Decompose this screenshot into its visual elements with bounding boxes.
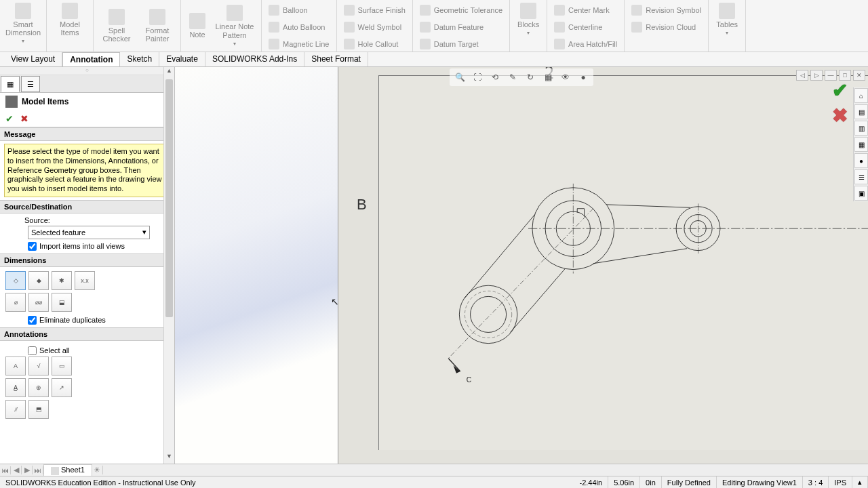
source-destination-header[interactable]: Source/Destination bbox=[0, 200, 174, 214]
sheet-nav-last[interactable]: ⏭ bbox=[33, 466, 43, 474]
tab-evaluate[interactable]: Evaluate bbox=[159, 52, 205, 66]
revision-symbol-button[interactable]: Revision Symbol bbox=[627, 1, 705, 18]
eliminate-duplicates-label: Eliminate duplicates bbox=[39, 316, 106, 324]
blocks-button[interactable]: Blocks▾ bbox=[513, 1, 544, 37]
tab-addins[interactable]: SOLIDWORKS Add-Ins bbox=[205, 52, 304, 66]
ann-surface-finish-button[interactable]: √ bbox=[28, 357, 49, 375]
window-next-button[interactable]: ▷ bbox=[810, 70, 823, 81]
hole-callout-button[interactable]: Hole Callout bbox=[340, 35, 410, 52]
status-editing: Editing Drawing View1 bbox=[717, 476, 803, 488]
previous-view-button[interactable]: ⟲ bbox=[488, 70, 502, 85]
panel-scrollbar[interactable]: ▲▼ bbox=[163, 67, 174, 464]
tab-annotation[interactable]: Annotation bbox=[62, 52, 120, 66]
surface-finish-button[interactable]: Surface Finish bbox=[340, 1, 410, 18]
revision-cloud-button[interactable]: Revision Cloud bbox=[627, 18, 705, 35]
model-items-button[interactable]: Model Items bbox=[50, 1, 90, 38]
hide-show-button[interactable]: 👁 bbox=[558, 70, 573, 85]
auto-balloon-button[interactable]: Auto Balloon bbox=[264, 18, 334, 35]
svg-text:C: C bbox=[467, 376, 472, 384]
ann-datum-targets-button[interactable]: ⊕ bbox=[28, 378, 49, 397]
area-hatch-button[interactable]: Area Hatch/Fill bbox=[550, 35, 621, 52]
centerline-button[interactable]: Centerline bbox=[550, 18, 621, 35]
property-manager-panel: ○ ▦ ☰ Model Items ? ✔ ✖ Message Please s… bbox=[0, 67, 175, 464]
feature-manager-tab[interactable]: ▦ bbox=[1, 76, 20, 92]
rotate-view-button[interactable]: ↻ bbox=[523, 70, 538, 85]
smart-dimension-button[interactable]: Smart Dimension▾ bbox=[3, 1, 43, 45]
cancel-button[interactable]: ✖ bbox=[20, 113, 28, 124]
source-dropdown[interactable]: Selected feature▾ bbox=[28, 226, 150, 239]
sheet-nav-first[interactable]: ⏮ bbox=[0, 466, 11, 474]
svg-point-13 bbox=[465, 291, 511, 338]
datum-target-button[interactable]: Datum Target bbox=[416, 35, 507, 52]
dimensions-header[interactable]: Dimensions bbox=[0, 253, 174, 267]
appearance-button[interactable]: ● bbox=[576, 70, 591, 85]
svg-line-14 bbox=[465, 215, 535, 299]
import-all-views-label: Import items into all views bbox=[39, 242, 125, 250]
sheet-icon bbox=[51, 467, 59, 475]
dim-instance-count-button[interactable]: ✱ bbox=[52, 271, 72, 290]
status-defined: Fully Defined bbox=[662, 476, 717, 488]
eliminate-duplicates-checkbox[interactable] bbox=[28, 316, 37, 325]
message-text: Please select the type of model item you… bbox=[4, 144, 170, 197]
source-label: Source: bbox=[24, 216, 170, 224]
tables-button[interactable]: Tables▾ bbox=[711, 1, 743, 37]
zoom-to-area-button[interactable]: ⛶ bbox=[470, 70, 485, 85]
sheet-nav-next[interactable]: ▶ bbox=[22, 466, 33, 474]
magnetic-line-button[interactable]: Magnetic Line bbox=[264, 35, 334, 52]
ok-button[interactable]: ✔ bbox=[5, 113, 14, 124]
svg-marker-18 bbox=[454, 365, 460, 373]
drawing-canvas[interactable]: 2 B 🔍 ⛶ ⟲ ✎ ↻ ▦ 👁 ● ◁ ▷ — □ ✕ ✔ ✖ ⌂ ▤ ▥ … bbox=[175, 67, 868, 464]
tab-sheet-format[interactable]: Sheet Format bbox=[304, 52, 368, 66]
linear-note-pattern-button[interactable]: Linear Note Pattern▾ bbox=[211, 1, 258, 50]
datum-feature-button[interactable]: Datum Feature bbox=[416, 18, 507, 35]
spell-checker-button[interactable]: Spell Checker bbox=[96, 1, 137, 50]
balloon-button[interactable]: Balloon bbox=[264, 1, 334, 18]
status-bar: SOLIDWORKS Education Edition - Instructi… bbox=[0, 476, 868, 488]
select-all-checkbox[interactable] bbox=[28, 346, 37, 355]
svg-point-12 bbox=[471, 296, 507, 332]
dim-hole-callout-button[interactable]: ⌀⌀ bbox=[28, 293, 49, 312]
dim-hole-size-button[interactable]: ⬓ bbox=[52, 293, 72, 312]
property-manager-tab[interactable]: ☰ bbox=[21, 76, 40, 92]
window-prev-button[interactable]: ◁ bbox=[796, 70, 808, 81]
zoom-to-fit-button[interactable]: 🔍 bbox=[452, 70, 467, 85]
dim-marked-for-drawing-button[interactable]: ◇ bbox=[5, 271, 26, 290]
message-section-header[interactable]: Message bbox=[0, 127, 174, 141]
status-z: 0in bbox=[640, 476, 662, 488]
sheet-tab[interactable]: Sheet1 bbox=[43, 464, 92, 475]
geometric-tolerance-button[interactable]: Geometric Tolerance bbox=[416, 1, 507, 18]
center-mark-button[interactable]: Center Mark bbox=[550, 1, 621, 18]
format-painter-button[interactable]: Format Painter bbox=[137, 1, 178, 50]
import-all-views-checkbox[interactable] bbox=[28, 242, 37, 251]
status-units[interactable]: IPS bbox=[829, 476, 852, 488]
view-label-b: B bbox=[357, 196, 367, 214]
ann-datums-button[interactable]: A̲ bbox=[5, 378, 26, 397]
status-menu[interactable]: ▴ bbox=[852, 476, 868, 488]
tab-sketch[interactable]: Sketch bbox=[120, 52, 159, 66]
ann-weld-button[interactable]: ↗ bbox=[52, 378, 72, 397]
panel-grip[interactable]: ○ bbox=[0, 67, 174, 75]
ann-gtol-button[interactable]: ▭ bbox=[52, 357, 72, 375]
note-button[interactable]: Note bbox=[184, 1, 211, 50]
add-sheet-button[interactable]: ☀ bbox=[92, 466, 103, 474]
annotations-header[interactable]: Annotations bbox=[0, 327, 174, 341]
sheet-nav-prev[interactable]: ◀ bbox=[11, 466, 22, 474]
panel-title: Model Items bbox=[22, 97, 68, 106]
section-view-button[interactable]: ✎ bbox=[505, 70, 520, 85]
ann-notes-button[interactable]: A bbox=[5, 357, 26, 375]
ann-end-treatment-button[interactable]: ⬒ bbox=[28, 400, 49, 419]
cursor-icon: ↖ bbox=[331, 296, 339, 307]
dim-hole-wizard-button[interactable]: ⌀ bbox=[5, 293, 26, 312]
display-style-button[interactable]: ▦ bbox=[540, 70, 555, 85]
dim-tolerance-button[interactable]: x.x bbox=[75, 271, 95, 290]
status-y: 5.06in bbox=[608, 476, 640, 488]
window-close-button[interactable]: ✕ bbox=[853, 70, 865, 81]
dim-not-marked-button[interactable]: ◆ bbox=[28, 271, 49, 290]
weld-symbol-button[interactable]: Weld Symbol bbox=[340, 18, 410, 35]
status-scale[interactable]: 3 : 4 bbox=[803, 476, 829, 488]
ann-cosmetic-thread-button[interactable]: ⫽ bbox=[5, 400, 26, 419]
tab-view-layout[interactable]: View Layout bbox=[4, 52, 62, 66]
svg-line-15 bbox=[510, 268, 565, 332]
model-items-icon bbox=[5, 96, 18, 108]
svg-line-9 bbox=[606, 205, 690, 207]
